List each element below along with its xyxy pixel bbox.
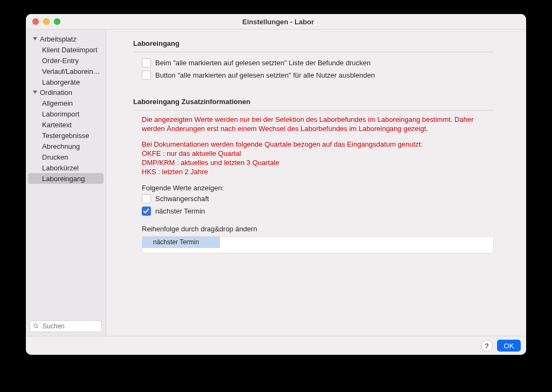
divider bbox=[133, 110, 494, 111]
value-naechster-termin-label: nächster Termin bbox=[155, 207, 205, 215]
divider bbox=[133, 52, 494, 52]
sidebar-item-order-entry[interactable]: Order-Entry bbox=[28, 55, 104, 66]
window-title: Einstellungen - Labor bbox=[60, 18, 496, 26]
info-notice-line: DMP/KRM : aktuelles und letzten 3 Quarta… bbox=[142, 158, 494, 167]
sidebar-item-testergebnisse[interactable]: Testergebnisse bbox=[28, 130, 104, 141]
reorder-list[interactable]: nächster Termin bbox=[142, 236, 494, 253]
info-notice-line: Bei Dokumentationen werden folgende Quar… bbox=[142, 140, 494, 149]
traffic-lights bbox=[32, 18, 60, 25]
sidebar-item-verlauf-laboreingang[interactable]: Verlauf/Laboreing… bbox=[28, 66, 104, 77]
values-label: Folgende Werte anzeigen: bbox=[142, 184, 494, 192]
info-notice-line: Die angezeigten Werte werden nur bei der… bbox=[142, 115, 494, 133]
minimize-window-icon[interactable] bbox=[43, 18, 50, 25]
sidebar-group-label: Arbeitsplatz bbox=[40, 35, 77, 43]
option-hide-button-checkbox[interactable] bbox=[142, 71, 151, 80]
value-schwangerschaft-checkbox[interactable] bbox=[142, 194, 151, 203]
preferences-window: Einstellungen - Labor Arbeitsplatz Klien… bbox=[26, 14, 526, 355]
value-schwangerschaft-label: Schwangerschaft bbox=[155, 195, 209, 203]
sidebar: Arbeitsplatz Klient Dateiimport Order-En… bbox=[26, 30, 106, 336]
reorder-list-item[interactable]: nächster Termin bbox=[142, 237, 220, 248]
reorder-label: Reihenfolge durch drag&drop ändern bbox=[142, 225, 494, 233]
info-notice-line: HKS : letzten 2 Jahre bbox=[142, 167, 494, 176]
search-icon bbox=[33, 323, 39, 329]
sidebar-item-drucken[interactable]: Drucken bbox=[28, 152, 104, 162]
close-window-icon[interactable] bbox=[32, 18, 39, 25]
option-print-list-checkbox[interactable] bbox=[142, 58, 151, 67]
sidebar-item-klient-dateiimport[interactable]: Klient Dateiimport bbox=[28, 44, 104, 55]
help-button[interactable]: ? bbox=[481, 340, 493, 352]
sidebar-group-label: Ordination bbox=[40, 88, 72, 97]
sidebar-search-wrap bbox=[26, 317, 106, 336]
sidebar-group-ordination[interactable]: Ordination bbox=[26, 87, 106, 98]
sidebar-search-input[interactable] bbox=[42, 322, 98, 331]
option-hide-button-row: Button "alle markierten auf gelesen setz… bbox=[142, 71, 494, 80]
sidebar-item-abrechnung[interactable]: Abrechnung bbox=[28, 141, 104, 152]
zoom-window-icon[interactable] bbox=[54, 18, 60, 25]
value-naechster-termin-checkbox[interactable] bbox=[142, 207, 151, 216]
window-body: Arbeitsplatz Klient Dateiimport Order-En… bbox=[26, 30, 526, 336]
info-notice: Die angezeigten Werte werden nur bei der… bbox=[142, 115, 494, 176]
sidebar-tree: Arbeitsplatz Klient Dateiimport Order-En… bbox=[26, 30, 106, 184]
value-schwangerschaft-row: Schwangerschaft bbox=[142, 194, 494, 203]
sidebar-group-arbeitsplatz[interactable]: Arbeitsplatz bbox=[26, 34, 106, 44]
chevron-down-icon bbox=[33, 37, 38, 42]
option-print-list-row: Beim "alle markierten auf gelesen setzte… bbox=[142, 58, 494, 67]
section-title-zusatzinfo: Laboreingang Zusatzinformationen bbox=[133, 98, 494, 106]
info-notice-line: OKFE : nur das aktuelle Quartal bbox=[142, 149, 494, 158]
sidebar-item-allgemein[interactable]: Allgemein bbox=[28, 98, 104, 108]
content-pane: Laboreingang Beim "alle markierten auf g… bbox=[106, 30, 526, 336]
footer: ? OK bbox=[26, 336, 526, 355]
ok-button[interactable]: OK bbox=[497, 340, 521, 352]
titlebar: Einstellungen - Labor bbox=[26, 14, 526, 30]
chevron-down-icon bbox=[33, 90, 38, 95]
option-print-list-label: Beim "alle markierten auf gelesen setzte… bbox=[155, 59, 370, 67]
sidebar-item-laborgeraete[interactable]: Laborgeräte bbox=[28, 77, 104, 87]
sidebar-item-laborimport[interactable]: Laborimport bbox=[28, 108, 104, 119]
sidebar-item-karteitext[interactable]: Karteitext bbox=[28, 119, 104, 130]
sidebar-item-laboreingang[interactable]: Laboreingang bbox=[28, 173, 104, 184]
section-title-laboreingang: Laboreingang bbox=[133, 39, 494, 47]
value-naechster-termin-row: nächster Termin bbox=[142, 207, 494, 216]
option-hide-button-label: Button "alle markierten auf gelesen setz… bbox=[155, 71, 375, 79]
sidebar-item-laborkuerzel[interactable]: Laborkürzel bbox=[28, 162, 104, 173]
sidebar-search[interactable] bbox=[30, 320, 102, 332]
